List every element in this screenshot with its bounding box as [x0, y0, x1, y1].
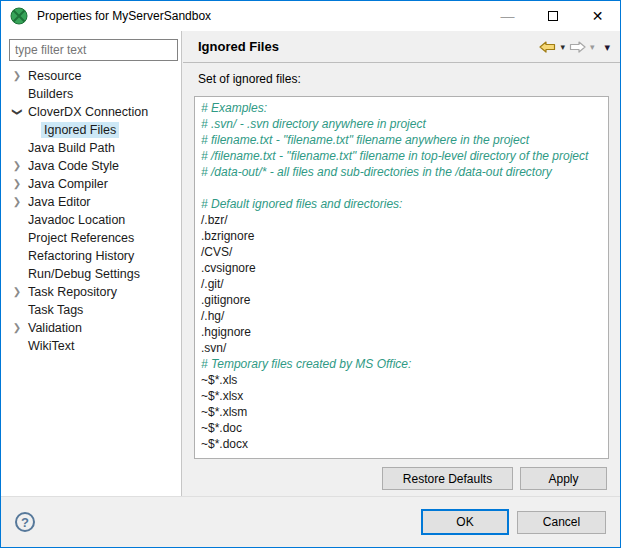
back-arrow-icon[interactable]	[539, 41, 556, 53]
sidebar-item-project-references[interactable]: Project References	[1, 229, 180, 247]
sidebar-item-label: WikiText	[25, 338, 78, 354]
help-icon[interactable]: ?	[15, 512, 35, 532]
page-header: Ignored Files ▾ ▾ ▾	[183, 31, 620, 63]
view-menu-icon[interactable]: ▾	[604, 42, 610, 52]
editor-line-comment: # Examples:	[201, 100, 602, 116]
forward-dropdown-icon: ▾	[590, 42, 595, 52]
editor-line-comment: # Default ignored files and directories:	[201, 196, 602, 212]
editor-line-entry: .cvsignore	[201, 260, 602, 276]
chevron-right-icon[interactable]: ❯	[9, 319, 25, 337]
sidebar-item-label: Java Compiler	[25, 176, 111, 192]
editor-line-entry: ~$*.xls	[201, 372, 602, 388]
chevron-right-icon[interactable]: ❯	[9, 175, 25, 193]
page-title: Ignored Files	[198, 39, 279, 54]
editor-line-entry: .bzrignore	[201, 228, 602, 244]
cloverdx-logo-icon	[10, 7, 28, 25]
sidebar-item-builders[interactable]: Builders	[1, 85, 180, 103]
editor-line-entry: ~$*.doc	[201, 420, 602, 436]
sidebar-item-label: Run/Debug Settings	[25, 266, 143, 282]
sidebar-item-run-debug-settings[interactable]: Run/Debug Settings	[1, 265, 180, 283]
sidebar-item-java-editor[interactable]: ❯Java Editor	[1, 193, 180, 211]
sidebar-item-label: Validation	[25, 320, 85, 336]
editor-line-entry: /.git/	[201, 276, 602, 292]
restore-defaults-button[interactable]: Restore Defaults	[382, 467, 513, 490]
editor-label: Set of ignored files:	[198, 72, 301, 86]
footer: ? OK Cancel	[1, 497, 620, 547]
editor-line-entry: .svn/	[201, 340, 602, 356]
sidebar-item-label: Resource	[25, 68, 85, 84]
chevron-right-icon[interactable]: ❯	[9, 283, 25, 301]
forward-arrow-icon	[569, 41, 586, 53]
window-controls: — ✕	[485, 1, 620, 31]
cancel-button[interactable]: Cancel	[517, 511, 606, 534]
editor-line-entry: .hgignore	[201, 324, 602, 340]
filter-input[interactable]	[9, 39, 178, 61]
editor-line-entry: ~$*.xlsx	[201, 388, 602, 404]
maximize-icon	[548, 11, 558, 21]
editor-line-entry: ~$*.xlsm	[201, 404, 602, 420]
editor-line-entry: ~$*.docx	[201, 436, 602, 452]
back-dropdown-icon[interactable]: ▾	[560, 42, 565, 52]
sidebar-item-label: Project References	[25, 230, 137, 246]
ok-button[interactable]: OK	[421, 509, 509, 535]
panel-buttons: Restore Defaults Apply	[382, 467, 607, 490]
sidebar-item-refactoring-history[interactable]: Refactoring History	[1, 247, 180, 265]
sidebar-item-java-build-path[interactable]: Java Build Path	[1, 139, 180, 157]
sidebar-item-label: Java Editor	[25, 194, 94, 210]
editor-line-comment: # .svn/ - .svn directory anywhere in pro…	[201, 116, 602, 132]
sidebar-item-java-code-style[interactable]: ❯Java Code Style	[1, 157, 180, 175]
sidebar-item-label: Java Build Path	[25, 140, 118, 156]
sidebar-item-resource[interactable]: ❯Resource	[1, 67, 180, 85]
editor-line-blank	[201, 180, 602, 196]
editor-line-comment: # filename.txt - "filename.txt" filename…	[201, 132, 602, 148]
chevron-right-icon[interactable]: ❯	[9, 193, 25, 211]
maximize-button[interactable]	[530, 1, 575, 31]
properties-dialog: Properties for MyServerSandbox — ✕ ❯Reso…	[0, 0, 621, 548]
apply-button[interactable]: Apply	[520, 467, 607, 490]
chevron-down-icon[interactable]: ❯	[8, 104, 26, 120]
minimize-button[interactable]: —	[485, 1, 530, 31]
close-button[interactable]: ✕	[575, 1, 620, 31]
sidebar-item-task-tags[interactable]: Task Tags	[1, 301, 180, 319]
editor-line-comment: # /filename.txt - "filename.txt" filenam…	[201, 148, 602, 164]
sidebar-item-wikitext[interactable]: WikiText	[1, 337, 180, 355]
sidebar-item-label: Java Code Style	[25, 158, 122, 174]
sidebar-item-label: Builders	[25, 86, 76, 102]
properties-tree: ❯ResourceBuilders❯CloverDX ConnectionIgn…	[1, 67, 180, 355]
editor-line-comment: # Temporary files created by MS Office:	[201, 356, 602, 372]
sidebar: ❯ResourceBuilders❯CloverDX ConnectionIgn…	[1, 31, 182, 496]
editor-line-comment: # /data-out/* - all files and sub-direct…	[201, 164, 602, 180]
chevron-right-icon[interactable]: ❯	[9, 67, 25, 85]
sidebar-item-label: Task Tags	[25, 302, 86, 318]
sidebar-item-ignored-files[interactable]: Ignored Files	[1, 121, 180, 139]
sidebar-item-cloverdx-connection[interactable]: ❯CloverDX Connection	[1, 103, 180, 121]
sidebar-item-label: Javadoc Location	[25, 212, 128, 228]
sidebar-item-label: Refactoring History	[25, 248, 137, 264]
title-bar: Properties for MyServerSandbox — ✕	[1, 1, 620, 31]
ignored-files-editor[interactable]: # Examples:# .svn/ - .svn directory anyw…	[194, 96, 609, 459]
sidebar-item-label: Task Repository	[25, 284, 120, 300]
sidebar-item-javadoc-location[interactable]: Javadoc Location	[1, 211, 180, 229]
window-title: Properties for MyServerSandbox	[37, 9, 211, 23]
history-toolbar: ▾ ▾ ▾	[539, 41, 610, 53]
editor-line-entry: /.hg/	[201, 308, 602, 324]
editor-line-entry: /CVS/	[201, 244, 602, 260]
editor-line-entry: .gitignore	[201, 292, 602, 308]
sidebar-item-task-repository[interactable]: ❯Task Repository	[1, 283, 180, 301]
sidebar-item-label: Ignored Files	[41, 122, 119, 138]
footer-buttons: OK Cancel	[421, 509, 606, 535]
sidebar-item-validation[interactable]: ❯Validation	[1, 319, 180, 337]
main-panel: Ignored Files ▾ ▾ ▾ Set of ignored files…	[183, 31, 620, 496]
sidebar-item-label: CloverDX Connection	[25, 104, 151, 120]
chevron-right-icon[interactable]: ❯	[9, 157, 25, 175]
sidebar-item-java-compiler[interactable]: ❯Java Compiler	[1, 175, 180, 193]
editor-line-entry: /.bzr/	[201, 212, 602, 228]
